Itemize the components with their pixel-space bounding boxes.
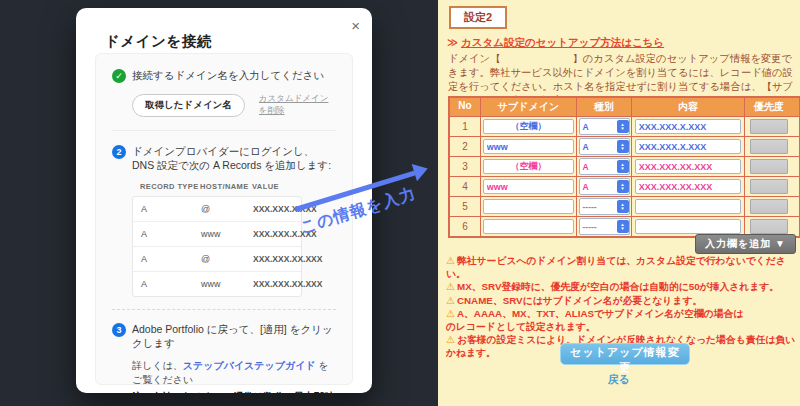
dns-type: A [141, 279, 201, 289]
row-number: 1 [462, 121, 468, 132]
dns-row: A @ XXX.XXX.XX.XXX [133, 247, 301, 272]
divider-dashed [112, 309, 336, 310]
remove-custom-domain-link[interactable]: カスタムドメインを削除 [259, 93, 336, 117]
dns-col-value: VALUE [252, 182, 310, 191]
step-guide-link[interactable]: ステップバイステップガイド [183, 360, 316, 371]
subdomain-input[interactable] [483, 139, 575, 154]
table-row: 3 A [450, 156, 799, 176]
check-icon: ✓ [112, 69, 126, 83]
select-stepper-icon [617, 160, 629, 173]
dns-type: A [141, 229, 201, 239]
select-stepper-icon [617, 120, 629, 133]
record-settings-table: No サブドメイン 種別 内容 優先度 1 A 2 A 3 [448, 96, 800, 238]
warning-text: A、AAAA、MX、TXT、ALIASでサブドメイン名が空欄の場合は のレコード… [446, 308, 800, 332]
setup-guide-link[interactable]: カスタム設定のセットアップ方法はこちら [461, 36, 664, 48]
select-stepper-icon [617, 200, 629, 213]
subdomain-input[interactable] [483, 179, 575, 194]
priority-field [750, 219, 788, 234]
table-row: 4 A [450, 176, 799, 196]
setup-guide-link-row: ≫ カスタム設定のセットアップ方法はこちら [447, 36, 664, 50]
subdomain-input[interactable] [483, 159, 575, 174]
priority-field [750, 139, 788, 154]
col-type: 種別 [577, 98, 632, 116]
activation-note: 注：有効になるまでに通常は数分、最大72時間かかります。 [132, 390, 336, 406]
dns-value: XXX.XXX.XX.XXX [253, 254, 311, 264]
type-select-value: A [583, 182, 589, 192]
subdomain-input[interactable] [483, 119, 575, 134]
warning-item: ⚠CNAME、SRVにはサブドメイン名が必要となります。 [446, 295, 796, 308]
step1-text: 接続するドメイン名を入力してください [132, 68, 324, 82]
table-row: 5 ----- [450, 196, 799, 216]
step-1: ✓ 接続するドメイン名を入力してください [112, 68, 336, 83]
type-select-value: A [583, 122, 589, 132]
dns-host: www [201, 229, 253, 239]
warning-item: ⚠MX、SRV登録時に、優先度が空白の場合は自動的に50が挿入されます。 [446, 281, 796, 294]
dns-value: XXX.XXX.XX.XXX [253, 279, 311, 289]
config-badge: 設定2 [449, 6, 507, 29]
type-select[interactable]: ----- [579, 198, 630, 215]
type-select[interactable]: ----- [579, 218, 630, 235]
double-arrow-icon: ≫ [447, 36, 458, 48]
step2-number-icon: 2 [112, 145, 126, 159]
col-no: No [450, 98, 481, 116]
warning-icon: ⚠ [446, 255, 455, 266]
row-number: 4 [462, 181, 468, 192]
add-row-button[interactable]: 入力欄を追加 ▼ [695, 234, 796, 254]
type-select[interactable]: A [579, 118, 630, 135]
table-row: 1 A [450, 116, 799, 136]
dns-col-record-type: RECORD TYPE [140, 182, 200, 191]
row-number: 5 [462, 201, 468, 212]
custom-settings-panel: 設定2 ≫ カスタム設定のセットアップ方法はこちら ドメイン【 】のカスタム設定… [438, 0, 800, 406]
step2-text: ドメインプロバイダーにログインし、DNS 設定で次の A Records を追加… [132, 144, 336, 172]
back-link[interactable]: 戻る [438, 372, 800, 387]
type-select[interactable]: A [579, 158, 630, 175]
dns-records-table: RECORD TYPE HOST/NAME VALUE A @ XXX.XXX.… [132, 182, 302, 297]
dns-row: A www XXX.XXX.X.XXX [133, 222, 301, 247]
row-number: 6 [462, 221, 468, 232]
step3-number-icon: 3 [112, 323, 126, 337]
divider [112, 130, 336, 131]
dns-type: A [141, 254, 201, 264]
content-input[interactable] [635, 139, 742, 154]
change-setup-info-button[interactable]: セットアップ情報変更 [560, 343, 690, 365]
close-icon[interactable]: × [351, 18, 360, 33]
warning-icon: ⚠ [446, 295, 455, 306]
warning-text: MX、SRV登録時に、優先度が空白の場合は自動的に50が挿入されます。 [457, 281, 779, 292]
content-input[interactable] [635, 219, 742, 234]
dns-host: @ [201, 254, 253, 264]
content-input[interactable] [635, 119, 742, 134]
content-input[interactable] [635, 199, 742, 214]
subdomain-input[interactable] [483, 219, 575, 234]
dns-host: www [201, 279, 253, 289]
warning-item: ⚠弊社サービスへのドメイン割り当ては、カスタム設定で行わないでください。 [446, 255, 796, 280]
type-select[interactable]: A [579, 178, 630, 195]
col-content: 内容 [632, 98, 745, 116]
dns-host: @ [201, 204, 253, 214]
detail-prefix: 詳しくは、 [132, 360, 183, 371]
priority-field [750, 199, 788, 214]
type-select-value: ----- [583, 222, 597, 232]
modal-title: ドメインを接続 [105, 32, 212, 51]
warning-icon: ⚠ [446, 308, 455, 319]
warning-item: ⚠A、AAAA、MX、TXT、ALIASでサブドメイン名が空欄の場合は のレコー… [446, 308, 796, 333]
step3-text: Adobe Portfolio に戻って、[適用] をクリックします [132, 322, 336, 350]
content-input[interactable] [635, 159, 742, 174]
col-priority: 優先度 [745, 98, 793, 116]
step-2: 2 ドメインプロバイダーにログインし、DNS 設定で次の A Records を… [112, 144, 336, 172]
priority-field [750, 119, 788, 134]
type-select-value: A [583, 142, 589, 152]
priority-field [750, 159, 788, 174]
table-row: 6 ----- [450, 216, 799, 236]
select-stepper-icon [617, 220, 629, 233]
select-stepper-icon [617, 140, 629, 153]
type-select[interactable]: A [579, 138, 630, 155]
screenshot-root: × ドメインを接続 ✓ 接続するドメイン名を入力してください 取得したドメイン名… [0, 0, 800, 406]
type-select-value: A [583, 162, 589, 172]
acquired-domain-button[interactable]: 取得したドメイン名 [132, 94, 245, 117]
table-row: 2 A [450, 136, 799, 156]
type-select-value: ----- [583, 202, 597, 212]
warning-icon: ⚠ [446, 334, 455, 345]
subdomain-input[interactable] [483, 199, 575, 214]
content-input[interactable] [635, 179, 742, 194]
priority-field [750, 179, 788, 194]
